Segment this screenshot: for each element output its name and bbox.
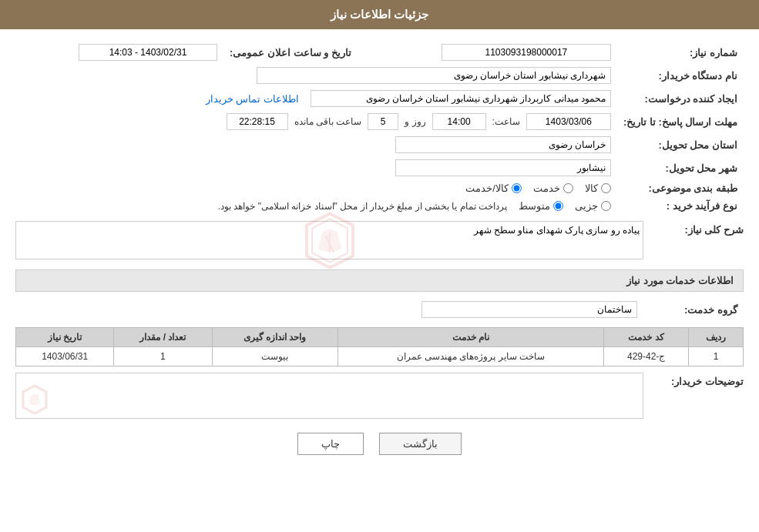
creator-input[interactable]: [311, 90, 611, 107]
province-input[interactable]: [395, 136, 611, 153]
need-number-input[interactable]: [442, 44, 611, 61]
col-name: نام خدمت: [338, 328, 604, 347]
announcement-date-label: تاریخ و ساعت اعلان عمومی:: [223, 41, 367, 64]
service-group-label: گروه خدمت:: [643, 298, 744, 321]
category-label: طبقه بندی موضوعی:: [617, 179, 744, 197]
services-table: ردیف کد خدمت نام خدمت واحد اندازه گیری ت…: [15, 327, 744, 366]
deadline-date-input[interactable]: [526, 113, 611, 130]
buyer-org-input[interactable]: [257, 67, 611, 84]
print-button[interactable]: چاپ: [297, 433, 364, 455]
province-label: استان محل تحویل:: [617, 133, 744, 156]
deadline-time-input[interactable]: [432, 113, 486, 130]
services-section-header: اطلاعات خدمات مورد نیاز: [15, 269, 744, 292]
need-number-label: شماره نیاز:: [617, 41, 744, 64]
page-header: جزئیات اطلاعات نیاز: [0, 0, 759, 29]
process-note: پرداخت تمام یا بخشی از مبلغ خریدار از مح…: [218, 201, 507, 212]
deadline-label: مهلت ارسال پاسخ: تا تاریخ:: [617, 110, 744, 133]
cell-name: ساخت سایر پروژه‌های مهندسی عمران: [338, 347, 604, 366]
col-row: ردیف: [688, 328, 743, 347]
creator-label: ایجاد کننده درخواست:: [617, 87, 744, 110]
col-code: کد خدمت: [604, 328, 689, 347]
deadline-days-input[interactable]: [368, 113, 398, 130]
process-label: نوع فرآیند خرید :: [617, 197, 744, 215]
cell-qty: 1: [114, 347, 212, 366]
col-qty: تعداد / مقدار: [114, 328, 212, 347]
col-unit: واحد اندازه گیری: [212, 328, 338, 347]
cell-unit: بیوست: [212, 347, 338, 366]
buyer-org-label: نام دستگاه خریدار:: [617, 64, 744, 87]
service-group-input[interactable]: [421, 301, 637, 318]
days-label: روز و: [405, 116, 425, 127]
announcement-date-input[interactable]: [79, 44, 217, 61]
contact-info-link[interactable]: اطلاعات تماس خریدار: [206, 93, 299, 105]
category-kala-khedmat[interactable]: کالا/خدمت: [465, 182, 522, 194]
col-date: تاریخ نیاز: [16, 328, 114, 347]
category-kala[interactable]: کالا: [585, 182, 611, 194]
table-row: 1 ج-42-429 ساخت سایر پروژه‌های مهندسی عم…: [16, 347, 744, 366]
description-label: شرح کلی نیاز:: [651, 221, 744, 236]
process-mottaset[interactable]: متوسط: [519, 200, 563, 212]
buyer-notes-label: توضیحات خریدار:: [651, 373, 744, 387]
cell-code: ج-42-429: [604, 347, 689, 366]
city-label: شهر محل تحویل:: [617, 156, 744, 179]
remaining-label: ساعت باقی مانده: [294, 116, 362, 127]
category-khedmat[interactable]: خدمت: [533, 182, 573, 194]
back-button[interactable]: بازگشت: [379, 433, 462, 455]
buyer-notes-textarea[interactable]: [15, 373, 643, 419]
description-textarea[interactable]: پیاده رو سازی پارک شهدای مناو سطح شهر: [15, 221, 643, 259]
time-label: ساعت:: [492, 116, 520, 127]
cell-date: 1403/06/31: [16, 347, 114, 366]
city-input[interactable]: [395, 159, 611, 176]
process-jozi[interactable]: جزیی: [575, 200, 611, 212]
deadline-remaining-input[interactable]: [227, 113, 288, 130]
cell-row: 1: [688, 347, 743, 366]
